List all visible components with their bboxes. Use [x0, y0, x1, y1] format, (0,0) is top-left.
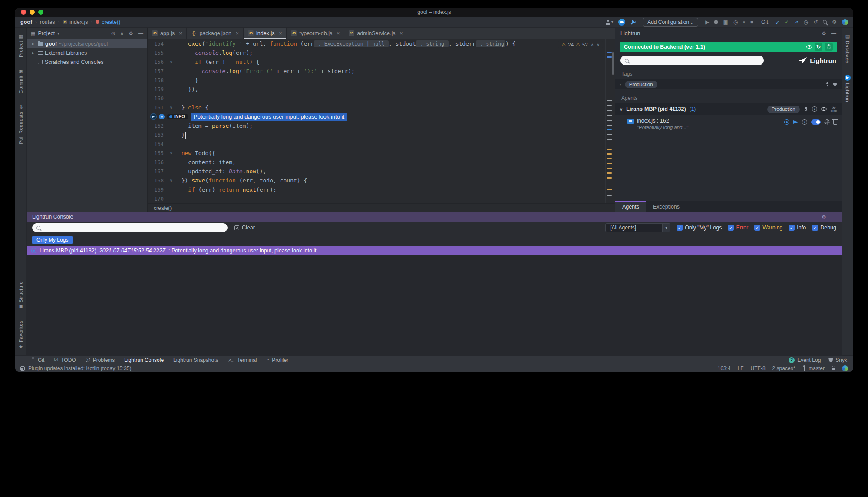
pin-icon[interactable]	[804, 107, 808, 111]
tool-stripe-favorites[interactable]: Favorites★	[18, 321, 23, 349]
filter-checkbox-only-my-logs[interactable]: ✓Only "My" Logs	[677, 225, 722, 231]
editor-tab-adminservice-js[interactable]: JSadminService.js×	[344, 28, 407, 39]
zoom-window-button[interactable]	[38, 10, 43, 15]
minimize-window-button[interactable]	[30, 10, 35, 15]
status-widget[interactable]: 163:4	[718, 365, 731, 371]
more-run-options-icon[interactable]: ▾	[743, 20, 745, 24]
filter-checkbox-debug[interactable]: ✓Debug	[812, 225, 836, 231]
breadcrumb-item-index-js[interactable]: JSindex.js	[63, 19, 88, 25]
close-window-button[interactable]	[21, 10, 26, 15]
breadcrumb-item-create[interactable]: create()	[96, 19, 120, 25]
git-push-button[interactable]: ↗	[794, 19, 799, 25]
stripe-mark[interactable]	[607, 110, 612, 111]
info-icon[interactable]	[802, 119, 807, 125]
only-my-logs-chip[interactable]: Only My Logs	[32, 236, 73, 244]
stripe-mark[interactable]	[607, 189, 612, 190]
breadcrumb-item-routes[interactable]: routes	[40, 19, 55, 25]
lightrun-search-input[interactable]	[631, 57, 759, 63]
fold-marker[interactable]: ∨	[168, 179, 175, 182]
stripe-mark[interactable]	[607, 100, 612, 101]
lightrun-settings-icon[interactable]: ⚙	[822, 31, 826, 36]
fold-marker[interactable]: ∨	[168, 60, 175, 64]
plugin-icon[interactable]	[842, 19, 848, 25]
tool-window-button-lightrun-snapshots[interactable]: Lightrun Snapshots	[173, 357, 218, 363]
stripe-mark[interactable]	[607, 149, 612, 150]
project-tree-item-scratches-and-consoles[interactable]: Scratches and Consoles	[27, 57, 147, 66]
stripe-mark[interactable]	[607, 177, 612, 179]
editor-tab-typeorm-db-js[interactable]: JStypeorm-db.js×	[287, 28, 344, 39]
stripe-mark[interactable]	[607, 105, 612, 106]
eye-icon[interactable]	[821, 107, 827, 111]
lightrun-logo-icon[interactable]	[150, 113, 157, 120]
breadcrumb-item-goof[interactable]: goof	[20, 19, 32, 25]
scrollbar-thumb[interactable]	[612, 52, 614, 75]
log-entry-row[interactable]: Lirans-MBP (pid 41132) 2021-07-04T15:52:…	[27, 246, 842, 255]
add-configuration-button[interactable]: Add Configuration...	[643, 18, 698, 27]
refresh-icon[interactable]: ↻	[815, 43, 822, 51]
editor-tab-index-js[interactable]: JSindex.js×	[244, 28, 287, 39]
agents-filter-dropdown[interactable]: [All Agents] ▾	[605, 223, 670, 232]
expand-icon[interactable]: ▸	[31, 41, 36, 46]
locate-file-icon[interactable]: ⊙	[111, 31, 115, 36]
tool-window-button-lightrun-console[interactable]: Lightrun Console	[124, 357, 164, 363]
editor-tab-app-js[interactable]: JSapp.js×	[148, 28, 187, 39]
tags-row[interactable]: › Production	[615, 79, 842, 89]
tag-icon[interactable]	[833, 83, 837, 86]
console-settings-icon[interactable]: ⚙	[822, 214, 826, 219]
plugin-status-icon[interactable]	[842, 365, 848, 371]
lightrun-hide-icon[interactable]: —	[831, 31, 836, 36]
close-tab-icon[interactable]: ×	[236, 30, 239, 36]
goto-source-icon[interactable]	[825, 119, 829, 124]
fold-marker[interactable]: ∨	[168, 151, 175, 155]
git-branch-widget[interactable]: master	[802, 365, 825, 371]
tool-window-button-problems[interactable]: Problems	[86, 357, 115, 363]
run-button[interactable]: ▶	[705, 19, 709, 25]
tool-stripe-structure[interactable]: Structure≣	[18, 281, 23, 309]
tool-stripe-project[interactable]: ▦Project	[18, 34, 23, 57]
inspection-widget[interactable]: ⚠ 24 ⚠ 52 ∧ ∨	[558, 41, 603, 48]
close-tab-icon[interactable]: ×	[337, 30, 340, 36]
profiler-button[interactable]: ◷	[733, 19, 738, 25]
project-view-selector[interactable]: ▦ Project ▾	[31, 30, 59, 36]
git-update-button[interactable]: ↙	[775, 19, 779, 25]
git-commit-button[interactable]: ✓	[785, 19, 789, 25]
tool-stripe-pull-requests[interactable]: ⇅Pull Requests	[18, 105, 23, 144]
breadcrumb-method[interactable]: create()	[154, 205, 172, 211]
stripe-mark[interactable]	[607, 129, 612, 130]
fold-marker[interactable]: ∨	[168, 106, 175, 109]
hit-counter-icon[interactable]	[784, 119, 789, 125]
tool-stripe-lightrun[interactable]: Lightrun	[845, 75, 851, 102]
git-history-button[interactable]: ◷	[804, 19, 808, 25]
git-rollback-button[interactable]: ↺	[813, 19, 818, 25]
expand-icon[interactable]: ▸	[31, 50, 36, 55]
clear-button[interactable]: Clear	[234, 225, 255, 231]
tool-window-button-profiler[interactable]: ◔Profiler	[267, 357, 289, 363]
stripe-mark[interactable]	[607, 158, 612, 159]
panel-settings-icon[interactable]: ⚙	[129, 31, 133, 36]
stripe-mark[interactable]	[607, 172, 612, 174]
lock-icon[interactable]	[832, 368, 835, 370]
tool-window-switcher-icon[interactable]	[20, 366, 25, 371]
tool-stripe-database[interactable]: ▤Database	[845, 34, 850, 63]
status-widget[interactable]: UTF-8	[751, 365, 766, 371]
lightrun-search-field[interactable]	[620, 56, 764, 65]
debug-button[interactable]	[714, 20, 718, 24]
tool-window-button-event-log[interactable]: 2Event Log	[789, 357, 821, 363]
wrench-icon[interactable]	[630, 20, 636, 25]
power-icon[interactable]	[825, 43, 833, 51]
filter-checkbox-info[interactable]: ✓Info	[789, 225, 806, 231]
console-search-input[interactable]	[43, 225, 223, 231]
status-widget[interactable]: LF	[738, 365, 744, 371]
collapse-agent-icon[interactable]: ∨	[620, 107, 623, 112]
close-tab-icon[interactable]: ×	[279, 30, 282, 36]
code-editor[interactable]: 154 exec('identify ' + url, function (er…	[148, 39, 605, 203]
editor-tab-package-json[interactable]: {}package.json×	[187, 28, 244, 39]
stop-button[interactable]: ■	[750, 19, 753, 25]
agent-row[interactable]: ∨ Lirans-MBP (pid 41132) (1) Production …	[615, 103, 842, 115]
close-tab-icon[interactable]: ×	[399, 30, 403, 36]
stripe-mark[interactable]	[607, 125, 612, 126]
search-everywhere-icon[interactable]	[823, 20, 827, 24]
info-icon[interactable]	[812, 106, 817, 112]
stripe-mark[interactable]	[607, 56, 612, 58]
log-action-row[interactable]: index.js : 162 "Potentially long and..."	[615, 115, 842, 133]
